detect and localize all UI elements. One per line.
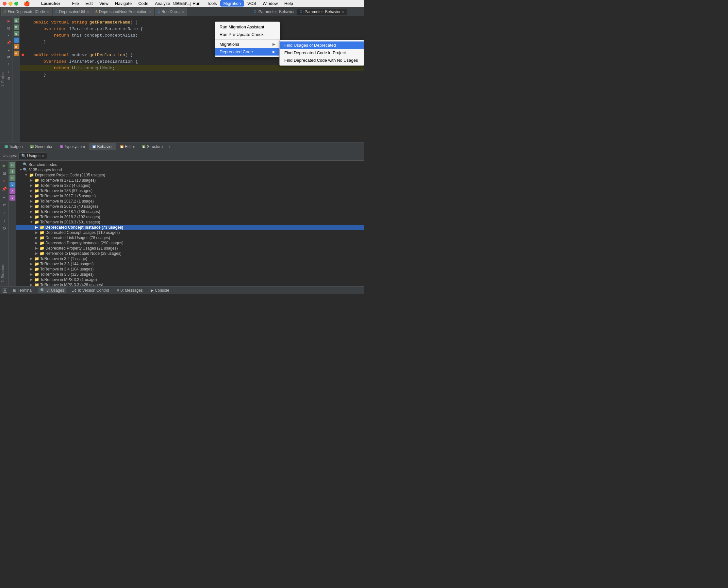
window-title: MPS [~/...] [173, 1, 191, 6]
deprecated-menu-item-find-usages-of-deprecated[interactable]: Find Usages of Deprecated [280, 41, 364, 49]
migration-menu-item-migrations[interactable]: Migrations▶ [215, 41, 280, 48]
menu-item-window[interactable]: Window [259, 0, 281, 6]
menu-separator [215, 39, 280, 40]
menu-item-tools[interactable]: Tools [204, 0, 220, 6]
tab-close-icon[interactable]: × [87, 10, 89, 14]
menu-item-code[interactable]: Code [135, 0, 152, 6]
menu-item-edit[interactable]: Edit [82, 0, 96, 6]
app-name[interactable]: Launcher [38, 0, 64, 6]
migration-menu-item-run-migration-assistant[interactable]: Run Migration Assistant [215, 23, 280, 31]
migration-menu[interactable]: Run Migration AssistantRun Pre-Update Ch… [215, 22, 280, 57]
menu-item-file[interactable]: File [69, 0, 82, 6]
ide-container: S FindDeprecatedCode ×C DeprecatedUtil ×… [0, 7, 364, 294]
maximize-button[interactable] [14, 2, 18, 5]
menu-items: FileEditViewNavigateCodeAnalyzeBuildRunT… [69, 0, 361, 6]
submenu-arrow: ▶ [272, 42, 275, 46]
tab-close-icon[interactable]: × [182, 10, 184, 14]
submenu-arrow: ▶ [272, 50, 275, 54]
deprecated-code-menu[interactable]: Find Usages of DeprecatedFind Deprecated… [279, 40, 364, 66]
menu-item-analyze[interactable]: Analyze [152, 0, 173, 6]
migration-menu-item-deprecated-code[interactable]: Deprecated Code▶ [215, 48, 280, 56]
right-tab-iparameter[interactable]: C IParameter_Behavior [251, 9, 297, 15]
deprecated-menu-item-find-deprecated-code-in-project[interactable]: Find Deprecated Code in Project [280, 49, 364, 57]
menu-item-navigate[interactable]: Navigate [112, 0, 135, 6]
close-button[interactable] [3, 2, 6, 5]
menu-item-run[interactable]: Run [189, 0, 204, 6]
menu-item-migration[interactable]: Migration [220, 0, 244, 6]
migration-menu-item-run-pre-update-check[interactable]: Run Pre-Update Check [215, 31, 280, 38]
dropdown-overlay: Run Migration AssistantRun Pre-Update Ch… [0, 14, 364, 294]
menu-item-view[interactable]: View [96, 0, 112, 6]
traffic-lights [3, 2, 18, 5]
menu-item-help[interactable]: Help [281, 0, 296, 6]
right-tab-iparameter-active[interactable]: C IParameter_Behavior × [297, 9, 347, 15]
tab-close-icon[interactable]: × [47, 10, 49, 14]
menu-item-vcs[interactable]: VCS [244, 0, 259, 6]
deprecated-menu-item-find-deprecated-code-with-no-usages[interactable]: Find Deprecated Code with No Usages [280, 57, 364, 64]
menu-bar: 🍎 Launcher FileEditViewNavigateCodeAnaly… [0, 0, 364, 7]
apple-menu[interactable]: 🍎 [23, 0, 30, 6]
tab-close-icon[interactable]: × [149, 10, 151, 14]
minimize-button[interactable] [8, 2, 13, 5]
